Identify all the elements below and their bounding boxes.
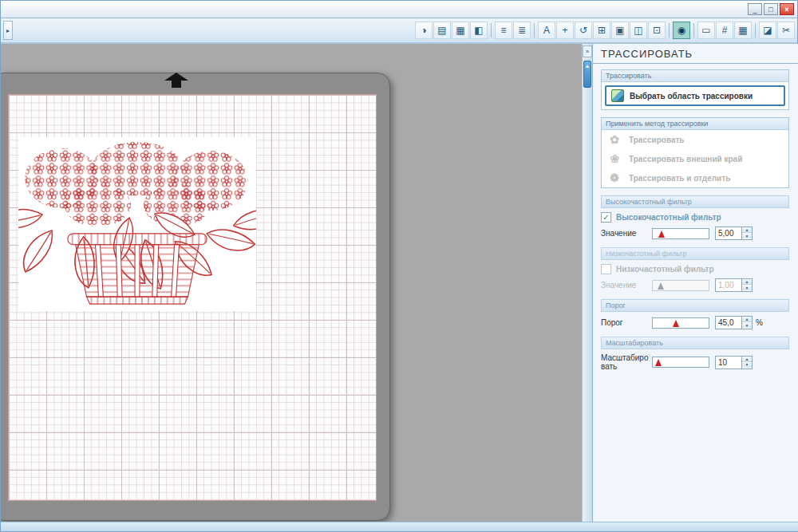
high-pass-section-header: Высокочастотный фильтр	[601, 195, 789, 208]
toolbar-icon-group: ◑▤▦◧≡≣A+↺⊞▣◫⊡◉▭#▦◪✂	[415, 22, 795, 39]
maximize-button[interactable]: □	[764, 3, 778, 15]
low-pass-spin-down-icon: ▼	[742, 285, 752, 290]
main-toolbar: ▸ ◑▤▦◧≡≣A+↺⊞▣◫⊡◉▭#▦◪✂	[1, 18, 797, 44]
low-pass-checkbox[interactable]	[601, 264, 611, 274]
scale-section-header: Масштабировать	[601, 337, 789, 349]
trace-and-detach-option[interactable]: ❁ Трассировать и отделить	[602, 168, 788, 187]
trace-and-detach-icon: ❁	[607, 171, 622, 184]
toolbar-separator	[534, 23, 535, 37]
select-trace-area-button[interactable]: Выбрать область трассировки	[605, 85, 785, 106]
toolbar-separator	[669, 23, 670, 37]
trace-panel: ТРАССИРОВАТЬ Трассировать Выбрать област…	[593, 44, 798, 523]
high-pass-checkbox-label: Высокочастотный фильтр	[616, 213, 721, 222]
fill-color-panel-icon[interactable]: ▤	[433, 22, 451, 39]
trace-option-icon: ✿	[607, 133, 622, 146]
left-toolbar-overflow-button[interactable]: ▸	[3, 21, 13, 40]
low-pass-slider-thumb	[658, 282, 664, 290]
collapse-panel-button[interactable]: »	[583, 45, 592, 57]
threshold-spinner: 45,0 ▲ ▼	[715, 316, 753, 329]
threshold-value[interactable]: 45,0	[716, 317, 741, 329]
splitter-handle[interactable]: ▲	[583, 61, 591, 88]
scale-value[interactable]: 10	[716, 357, 741, 368]
trace-outer-edge-icon: ❀	[607, 152, 622, 165]
panel-splitter[interactable]: » ▲	[582, 44, 593, 523]
threshold-spin-up-icon[interactable]: ▲	[742, 317, 752, 322]
low-pass-spin-up-icon: ▲	[742, 279, 752, 285]
trace-outer-edge-label: Трассировать внешний край	[629, 155, 742, 164]
panel-body: Трассировать Выбрать область трассировки…	[593, 64, 798, 523]
trace-option[interactable]: ✿ Трассировать	[602, 130, 788, 149]
scale-label: Масштабировать	[601, 353, 652, 371]
eraser-tool-icon[interactable]: ◪	[759, 22, 776, 39]
threshold-label: Порог	[601, 318, 652, 327]
replicate-panel-icon[interactable]: ▣	[611, 22, 629, 39]
rotate-panel-icon[interactable]: ↺	[575, 22, 592, 39]
trace-option-label: Трассировать	[629, 136, 685, 144]
high-pass-slider-thumb[interactable]	[658, 231, 665, 238]
high-pass-spin-up-icon[interactable]: ▲	[742, 227, 752, 233]
scale-slider-thumb[interactable]	[655, 359, 662, 366]
flower-basket-image[interactable]	[18, 137, 256, 311]
minimize-button[interactable]: _	[748, 3, 762, 15]
titlebar: _ □ ×	[1, 1, 797, 18]
high-pass-checkbox-row: ✓ Высокочастотный фильтр	[601, 212, 789, 223]
trace-select-group-header: Трассировать	[602, 70, 788, 82]
toolbar-separator	[693, 23, 694, 37]
shadow-panel-icon[interactable]: ◑	[415, 22, 433, 39]
toolbar-separator	[755, 23, 756, 37]
scale-spinner: 10 ▲ ▼	[715, 356, 753, 369]
main-area: » ▲ ТРАССИРОВАТЬ Трассировать Выбрать об…	[1, 44, 798, 523]
threshold-spin-down-icon[interactable]: ▼	[742, 322, 752, 328]
high-pass-checkbox[interactable]: ✓	[601, 212, 611, 223]
high-pass-spin-down-icon[interactable]: ▼	[742, 233, 752, 238]
low-pass-value: 1,00	[716, 279, 741, 291]
threshold-row: Порог 45,0 ▲ ▼ %	[601, 316, 789, 329]
scale-row: Масштабировать 10 ▲ ▼	[601, 353, 789, 371]
cutting-mat	[1, 73, 390, 521]
grid-settings-panel-icon[interactable]: ▦	[734, 22, 752, 39]
align-panel-icon[interactable]: ⊞	[593, 22, 610, 39]
trace-select-group: Трассировать Выбрать область трассировки	[601, 69, 789, 110]
page-setup-panel-icon[interactable]: ▭	[697, 22, 715, 39]
text-style-panel-icon[interactable]: A	[538, 22, 555, 39]
pattern-fill-panel-icon[interactable]: ▦	[452, 22, 469, 39]
select-trace-area-icon	[611, 89, 624, 102]
transform-panel-icon[interactable]: +	[556, 22, 574, 39]
close-button[interactable]: ×	[780, 3, 794, 15]
trace-method-group: Применить метод трассировки ✿ Трассирова…	[601, 117, 789, 188]
trace-panel-icon[interactable]: ◉	[673, 22, 690, 39]
low-pass-section-header: Низкочастотный фильтр	[601, 247, 789, 260]
high-pass-spinner: 5,00 ▲ ▼	[715, 227, 753, 240]
page-grid[interactable]	[8, 94, 377, 501]
select-trace-area-label: Выбрать область трассировки	[630, 92, 753, 100]
threshold-unit: %	[756, 318, 763, 327]
high-pass-value-label: Значение	[601, 229, 652, 238]
toolbar-separator	[491, 23, 492, 37]
modify-panel-icon[interactable]: ◫	[630, 22, 647, 39]
scale-spin-down-icon[interactable]: ▼	[742, 362, 752, 368]
scale-spin-up-icon[interactable]: ▲	[742, 357, 752, 362]
high-pass-slider[interactable]	[652, 228, 709, 239]
flower-basket-drawing	[18, 137, 256, 311]
line-width-panel-icon[interactable]: ≣	[513, 22, 531, 39]
scale-slider[interactable]	[652, 357, 709, 368]
low-pass-checkbox-row: Низкочастотный фильтр	[601, 264, 789, 274]
status-bar	[1, 522, 798, 531]
threshold-section-header: Порог	[601, 299, 789, 312]
gradient-fill-panel-icon[interactable]: ◧	[470, 22, 488, 39]
knife-tool-icon[interactable]: ✂	[777, 22, 795, 39]
low-pass-checkbox-label: Низкочастотный фильтр	[616, 265, 714, 274]
trace-outer-edge-option[interactable]: ❀ Трассировать внешний край	[602, 149, 788, 168]
registration-marks-panel-icon[interactable]: #	[716, 22, 733, 39]
design-canvas[interactable]	[1, 44, 582, 523]
threshold-slider[interactable]	[652, 317, 709, 329]
low-pass-spinner: 1,00 ▲ ▼	[715, 278, 753, 292]
threshold-slider-thumb[interactable]	[673, 320, 679, 327]
trace-method-group-header: Применить метод трассировки	[602, 118, 788, 130]
trace-and-detach-label: Трассировать и отделить	[629, 174, 730, 183]
low-pass-value-row: Значение 1,00 ▲ ▼	[601, 278, 789, 292]
high-pass-value[interactable]: 5,00	[716, 227, 741, 239]
low-pass-value-label: Значение	[601, 281, 652, 290]
line-style-panel-icon[interactable]: ≡	[495, 22, 512, 39]
object-properties-panel-icon[interactable]: ⊡	[648, 22, 666, 39]
